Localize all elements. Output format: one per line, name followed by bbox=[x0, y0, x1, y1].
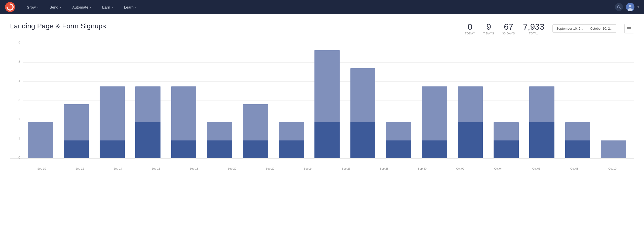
bar-group bbox=[94, 43, 130, 158]
x-axis-label: Oct 04 bbox=[479, 167, 517, 170]
stat-today: 0 TODAY bbox=[465, 22, 475, 35]
bar-group bbox=[488, 43, 524, 158]
date-range-picker[interactable]: September 10, 2... – October 10, 2... bbox=[552, 24, 616, 33]
svg-point-5 bbox=[628, 8, 633, 11]
main-content: Landing Page & Form Signups 0 TODAY 9 7 … bbox=[0, 14, 644, 249]
y-axis-label: 3 bbox=[10, 98, 20, 102]
chart-container: 6543210 Sep 10Sep 12Sep 14Sep 16Sep 18Se… bbox=[10, 43, 634, 174]
bar-group bbox=[166, 43, 202, 158]
send-chevron-icon: ▾ bbox=[60, 6, 61, 9]
x-axis-label: Sep 18 bbox=[175, 167, 213, 170]
bar-group bbox=[273, 43, 309, 158]
bar-group bbox=[417, 43, 452, 158]
header-row: Landing Page & Form Signups 0 TODAY 9 7 … bbox=[10, 22, 634, 35]
bar-top bbox=[279, 122, 304, 140]
y-axis-label: 2 bbox=[10, 118, 20, 121]
bar-bottom bbox=[314, 122, 340, 158]
automate-chevron-icon: ▾ bbox=[90, 6, 91, 9]
bar-bottom bbox=[207, 140, 232, 159]
x-axis-label: Sep 24 bbox=[289, 167, 327, 170]
stat-total: 7,933 TOTAL bbox=[523, 22, 544, 35]
search-icon[interactable] bbox=[615, 3, 623, 11]
bar-bottom bbox=[458, 122, 483, 158]
bar-group bbox=[237, 43, 273, 158]
stats-and-controls: 0 TODAY 9 7 DAYS 67 30 DAYS 7,933 TOTAL … bbox=[465, 22, 634, 35]
bar-group bbox=[202, 43, 237, 158]
bar-top bbox=[207, 122, 232, 140]
x-axis-label: Sep 20 bbox=[213, 167, 251, 170]
bar-group bbox=[130, 43, 166, 158]
avatar[interactable] bbox=[626, 3, 634, 11]
learn-chevron-icon: ▾ bbox=[135, 6, 136, 9]
x-axis-label: Oct 06 bbox=[517, 167, 555, 170]
bar-top bbox=[386, 122, 411, 140]
bar-top bbox=[529, 86, 554, 122]
bar-group bbox=[58, 43, 94, 158]
bar-top bbox=[494, 122, 519, 140]
bar bbox=[28, 122, 53, 158]
bar-group bbox=[452, 43, 488, 158]
page-title: Landing Page & Form Signups bbox=[10, 22, 106, 30]
bar-bottom bbox=[135, 122, 160, 158]
bar-bottom bbox=[243, 140, 268, 159]
bar-top bbox=[458, 86, 483, 122]
account-chevron-icon[interactable]: ▾ bbox=[637, 5, 639, 9]
nav-item-send[interactable]: Send ▾ bbox=[44, 0, 67, 14]
bar-bottom bbox=[529, 122, 554, 158]
y-axis-label: 5 bbox=[10, 60, 20, 64]
bar-bottom bbox=[422, 140, 447, 159]
x-axis-label: Sep 16 bbox=[137, 167, 175, 170]
bar-group bbox=[23, 43, 58, 158]
nav-item-automate[interactable]: Automate ▾ bbox=[67, 0, 97, 14]
svg-point-4 bbox=[629, 5, 631, 7]
stat-7days: 9 7 DAYS bbox=[483, 22, 494, 35]
bar-bottom bbox=[386, 140, 411, 159]
x-axis-label: Sep 22 bbox=[251, 167, 289, 170]
bars-area bbox=[23, 43, 631, 158]
bar-top bbox=[135, 86, 160, 122]
bar-top bbox=[422, 86, 447, 140]
bar-bottom bbox=[350, 122, 376, 158]
bar-group bbox=[560, 43, 595, 158]
x-axis-label: Oct 10 bbox=[593, 167, 631, 170]
bar-bottom bbox=[171, 140, 196, 159]
bar-bottom bbox=[279, 140, 304, 159]
earn-chevron-icon: ▾ bbox=[112, 6, 113, 9]
nav-item-learn[interactable]: Learn ▾ bbox=[118, 0, 142, 14]
y-axis-label: 1 bbox=[10, 137, 20, 140]
stats-group: 0 TODAY 9 7 DAYS 67 30 DAYS 7,933 TOTAL bbox=[465, 22, 545, 35]
x-axis-label: Oct 02 bbox=[441, 167, 479, 170]
bar-group bbox=[596, 43, 631, 158]
bar-bottom bbox=[565, 140, 590, 159]
grow-chevron-icon: ▾ bbox=[37, 6, 38, 9]
x-axis-label: Sep 28 bbox=[365, 167, 403, 170]
x-axis-label: Oct 08 bbox=[555, 167, 593, 170]
bar-bottom bbox=[100, 140, 125, 159]
x-axis-label: Sep 14 bbox=[99, 167, 137, 170]
x-axis-label: Sep 10 bbox=[23, 167, 61, 170]
bar-bottom bbox=[494, 140, 519, 159]
bar-top bbox=[565, 122, 590, 140]
bar-bottom bbox=[64, 140, 89, 159]
logo[interactable] bbox=[5, 2, 15, 12]
nav-item-grow[interactable]: Grow ▾ bbox=[21, 0, 44, 14]
nav-menu: Grow ▾ Send ▾ Automate ▾ Earn ▾ Learn ▾ bbox=[21, 0, 615, 14]
bar-top bbox=[314, 50, 340, 122]
bar-top bbox=[171, 86, 196, 140]
bar-group bbox=[381, 43, 417, 158]
stat-30days: 67 30 DAYS bbox=[502, 22, 515, 35]
bar-top bbox=[350, 68, 376, 122]
bar-top bbox=[100, 86, 125, 140]
bar-top bbox=[64, 104, 89, 140]
bar-top bbox=[243, 104, 268, 140]
options-menu-button[interactable] bbox=[624, 24, 634, 33]
x-labels: Sep 10Sep 12Sep 14Sep 16Sep 18Sep 20Sep … bbox=[23, 164, 631, 174]
chart-area: 6543210 bbox=[10, 43, 634, 159]
bar-group bbox=[524, 43, 560, 158]
x-axis-label: Sep 12 bbox=[61, 167, 99, 170]
bar bbox=[601, 140, 626, 159]
nav-right: ▾ bbox=[615, 3, 639, 11]
bar-group bbox=[345, 43, 381, 158]
y-axis-label: 0 bbox=[10, 156, 20, 159]
nav-item-earn[interactable]: Earn ▾ bbox=[97, 0, 118, 14]
